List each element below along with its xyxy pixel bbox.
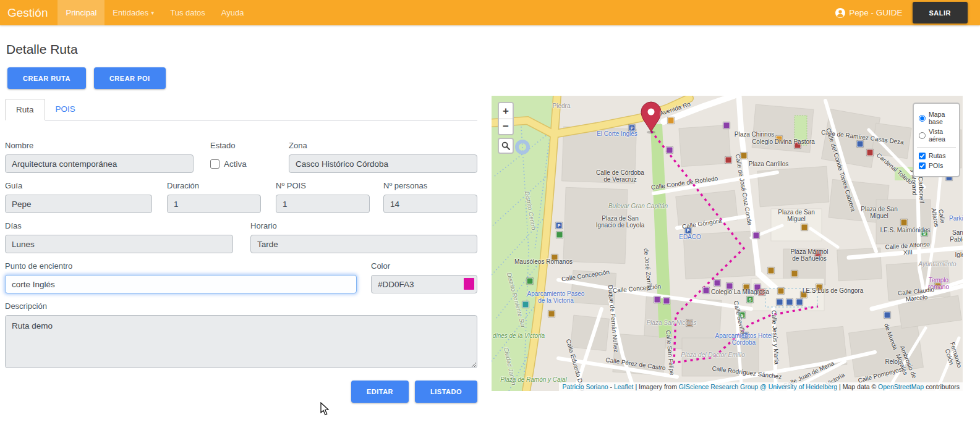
zona-label: Zona <box>289 141 477 150</box>
horario-input[interactable] <box>250 235 477 253</box>
num-pois-label: Nº POIS <box>276 181 370 190</box>
nav-item-ayuda[interactable]: Ayuda <box>213 0 252 25</box>
form-row-4: Punto de encientro Color <box>5 261 477 293</box>
overlay-layer-options: RutasPOIs <box>919 152 954 169</box>
caret-down-icon: ▾ <box>151 9 154 16</box>
punto-encuentro-label: Punto de encientro <box>5 261 357 271</box>
tab-ruta[interactable]: Ruta <box>5 99 45 120</box>
form-row-2: Guía Duración Nº POIS Nº personas <box>5 181 477 213</box>
navbar-right: Pepe - GUIDE SALIR <box>835 2 975 23</box>
editar-button[interactable]: EDITAR <box>351 381 409 403</box>
layer-option-mapa-base[interactable]: Mapa base <box>919 111 954 125</box>
form-row-3: Días Horario <box>5 221 477 253</box>
estado-activa-label: Activa <box>224 159 247 169</box>
layer-option-label: Rutas <box>929 152 945 159</box>
user-icon <box>835 8 845 18</box>
attribution-text: | Map data © <box>837 383 878 390</box>
color-label: Color <box>371 261 477 271</box>
nav-menu: PrincipalEntidades▾Tus datosAyuda <box>58 0 252 25</box>
crear-ruta-button[interactable]: CREAR RUTA <box>7 67 86 89</box>
tab-pois[interactable]: POIS <box>45 99 86 120</box>
layer-option-vista-aérea[interactable]: Vista aérea <box>919 128 954 143</box>
layer-option-label: POIs <box>929 162 943 169</box>
nombre-input[interactable] <box>5 154 194 173</box>
num-personas-label: Nº personas <box>383 181 477 190</box>
layers-divider <box>917 147 956 148</box>
logout-button[interactable]: SALIR <box>913 2 968 23</box>
map-buildings <box>562 104 962 377</box>
checkbox-rutas[interactable] <box>919 153 926 159</box>
estado-activa-checkbox[interactable] <box>210 159 219 169</box>
zona-input[interactable] <box>289 154 477 173</box>
nombre-label: Nombre <box>5 141 194 150</box>
layer-option-label: Mapa base <box>929 111 954 125</box>
layer-option-pois[interactable]: POIs <box>919 162 954 169</box>
guia-label: Guía <box>5 181 152 190</box>
attribution-text: contributors <box>924 383 960 390</box>
map-attribution: Patricio Soriano - Leaflet | Imagery fro… <box>559 382 963 391</box>
map-layers-control: Mapa baseVista aérea RutasPOIs <box>913 103 960 177</box>
duracion-label: Duración <box>167 181 261 190</box>
nav-item-entidades[interactable]: Entidades▾ <box>104 0 162 25</box>
zoom-out-button[interactable]: − <box>499 119 513 134</box>
attribution-link[interactable]: Patricio Soriano <box>562 383 608 390</box>
user-menu[interactable]: Pepe - GUIDE <box>835 8 902 18</box>
descripcion-label: Descripción <box>5 301 477 311</box>
attribution-text: | Imagery from <box>633 383 678 390</box>
zoom-in-button[interactable]: + <box>499 103 513 119</box>
map-search-button[interactable] <box>498 138 514 154</box>
top-navbar: Gestión PrincipalEntidades▾Tus datosAyud… <box>0 0 980 25</box>
color-input[interactable] <box>371 275 477 293</box>
form-row-5: Descripción Ruta demo <box>5 301 477 368</box>
crear-poi-button[interactable]: CREAR POI <box>94 67 166 89</box>
num-personas-input[interactable] <box>383 195 477 213</box>
num-pois-input[interactable] <box>276 195 370 213</box>
estado-label: Estado <box>210 141 269 150</box>
search-icon <box>501 141 510 150</box>
map-zoom-control: + − <box>498 102 514 135</box>
map-canvas <box>492 96 963 391</box>
brand[interactable]: Gestión <box>7 6 48 20</box>
dias-input[interactable] <box>5 235 233 253</box>
attribution-text: - <box>608 383 614 390</box>
form-actions-row: EDITAR LISTADO <box>5 381 477 403</box>
guia-input[interactable] <box>5 195 152 213</box>
duracion-input[interactable] <box>167 195 261 213</box>
listado-button[interactable]: LISTADO <box>415 381 477 403</box>
map[interactable]: PPPPSSS PiedraEl Corte InglésAvenida RoP… <box>492 96 963 391</box>
user-label: Pepe - GUIDE <box>849 8 902 17</box>
layer-option-rutas[interactable]: Rutas <box>919 152 954 159</box>
tab-bar: Ruta POIS <box>5 99 477 120</box>
radio-mapa-base[interactable] <box>919 115 926 122</box>
color-swatch <box>464 278 474 290</box>
horario-label: Horario <box>250 221 477 230</box>
layer-option-label: Vista aérea <box>929 128 954 143</box>
attribution-link[interactable]: GIScience Research Group @ University of… <box>679 383 837 390</box>
nav-item-tus-datos[interactable]: Tus datos <box>162 0 213 25</box>
punto-encuentro-input[interactable] <box>5 275 357 293</box>
dias-label: Días <box>5 221 233 230</box>
descripcion-textarea[interactable]: Ruta demo <box>5 315 477 368</box>
checkbox-pois[interactable] <box>919 162 926 169</box>
attribution-link[interactable]: Leaflet <box>614 383 634 390</box>
page-title: Detalle Ruta <box>6 42 477 57</box>
create-buttons-row: CREAR RUTA CREAR POI <box>5 67 477 89</box>
mouse-cursor <box>320 402 330 416</box>
route-detail-panel: Detalle Ruta CREAR RUTA CREAR POI Ruta P… <box>5 38 477 403</box>
attribution-link[interactable]: OpenStreetMap <box>878 383 924 390</box>
radio-vista-aérea[interactable] <box>919 132 926 139</box>
form-row-1: Nombre Estado Activa Zona <box>5 141 477 173</box>
nav-item-principal[interactable]: Principal <box>58 0 104 25</box>
base-layer-options: Mapa baseVista aérea <box>919 111 954 143</box>
